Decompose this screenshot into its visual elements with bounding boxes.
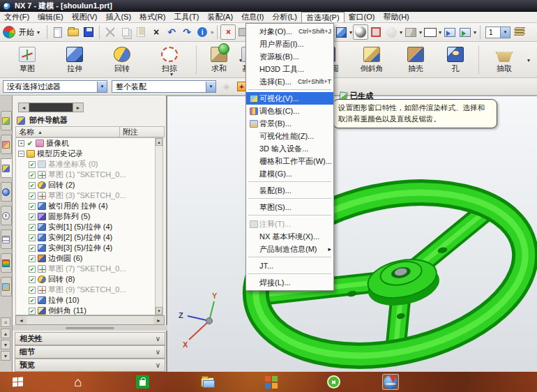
scroll-up-button[interactable]: ▲ — [156, 138, 162, 146]
tree-horizontal-scrollbar[interactable]: ◄ ► — [15, 315, 165, 325]
tree-item-instance-1[interactable]: ✔ 实例[1] (5)/拉伸 (4) — [16, 222, 156, 232]
clip-section-button[interactable] — [403, 24, 418, 40]
sketch-button[interactable]: 草图 — [6, 44, 49, 76]
expand-icon[interactable]: + — [18, 140, 24, 146]
scroll-right-button[interactable]: ► — [73, 103, 83, 112]
scroll-up-button[interactable]: ▲ — [1, 329, 10, 338]
start-menu-button[interactable] — [10, 374, 27, 390]
checkbox-icon[interactable]: ✔ — [29, 297, 36, 304]
section-dependencies[interactable]: 相关性 ∨ — [15, 332, 165, 345]
scroll-down-button[interactable]: ▼ — [156, 307, 162, 315]
tab-roles[interactable] — [1, 277, 12, 296]
tab-constraint-navigator[interactable] — [1, 135, 12, 154]
tree-item-revolve-2[interactable]: ✔ 回转 (2) — [16, 180, 156, 190]
graphics-viewport[interactable]: Y Z X — [167, 96, 537, 372]
scrollbar-thumb[interactable] — [29, 103, 73, 112]
toolbar-overflow-button[interactable]: » — [211, 29, 213, 36]
scroll-left-button[interactable]: ◄ — [19, 103, 29, 112]
extrude-button[interactable]: 拉伸 — [53, 44, 96, 76]
scroll-left-button[interactable]: ◄ — [16, 316, 27, 324]
checkbox-icon[interactable]: ✔ — [29, 255, 36, 262]
layers-button[interactable] — [513, 24, 528, 40]
sync-app-button[interactable] — [325, 374, 342, 390]
nx-taskbar-button[interactable] — [382, 374, 399, 390]
chevron-down-icon[interactable]: ▾ — [419, 29, 422, 36]
tree-item-edge-blend[interactable]: ✔ 边倒圆 (6) — [16, 253, 156, 264]
menu-item-visualization-performance[interactable]: 可视化性能(Z)... — [246, 130, 333, 142]
menu-assemblies[interactable]: 装配(A) — [203, 12, 237, 22]
tab-internet-explorer[interactable] — [1, 182, 12, 202]
column-name[interactable]: 名称 ▲ — [16, 127, 119, 137]
file-explorer-button[interactable] — [199, 374, 215, 390]
menu-item-visualization[interactable]: 可视化(V)... — [246, 92, 333, 105]
undo-button[interactable]: ↶ — [164, 24, 179, 40]
tree-item-referenced-extrude[interactable]: ✔ 被引用的 拉伸 (4) — [16, 201, 156, 211]
store-button[interactable] — [134, 374, 151, 390]
app-grid-button[interactable] — [263, 374, 280, 390]
hole-button[interactable]: 孔 — [438, 44, 473, 76]
revolve-button[interactable]: 回转 — [100, 44, 144, 76]
menu-item-user-interface[interactable]: 用户界面(I)... — [246, 38, 333, 50]
delete-button[interactable]: × — [149, 24, 164, 40]
display-window-button[interactable]: × — [220, 24, 236, 40]
menu-analysis[interactable]: 分析(L) — [268, 12, 301, 22]
checkbox-icon[interactable]: ✔ — [29, 245, 36, 252]
pin-button[interactable]: ▼ — [1, 351, 10, 361]
checkbox-icon[interactable]: ✔ — [29, 172, 36, 179]
chevron-down-icon[interactable]: ▾ — [170, 71, 173, 77]
chevron-down-icon[interactable]: ▾ — [527, 57, 530, 63]
menu-item-color-palette[interactable]: 调色板(C)... — [246, 105, 333, 117]
tree-item-instance-2[interactable]: ✔ 实例[2] (5)/拉伸 (4) — [16, 232, 156, 243]
checkbox-icon[interactable]: ✔ — [29, 213, 36, 220]
tree-item-model-history[interactable]: − 模型历史记录 — [16, 149, 156, 159]
panel-splitter[interactable] — [13, 325, 167, 331]
background-button[interactable] — [423, 24, 438, 40]
section-details[interactable]: 细节 ∨ — [15, 345, 165, 359]
menu-item-resource-bar[interactable]: 资源板(B)... — [246, 50, 333, 63]
pane-right-button[interactable] — [457, 24, 473, 40]
tree-item-revolve-8[interactable]: ✔ 回转 (8) — [16, 274, 156, 285]
checkbox-icon[interactable]: ✔ — [29, 234, 36, 241]
checkbox-icon[interactable]: ✔ — [29, 266, 36, 273]
home-button[interactable]: ⌂ — [70, 374, 86, 390]
tree-item-sketch-7[interactable]: ✔ 草图 (7) "SKETCH_0... — [16, 264, 156, 274]
tab-part-navigator[interactable] — [1, 158, 12, 178]
dock-button[interactable]: ≡ — [1, 317, 10, 327]
tree-item-datum-csys[interactable]: ✔ 基准坐标系 (0) — [16, 159, 156, 169]
menu-item-modeling[interactable]: 建模(G)... — [246, 167, 333, 180]
tree-item-camera[interactable]: + ✔ 摄像机 — [16, 138, 156, 149]
menu-item-assemblies[interactable]: 装配(B)... — [246, 184, 333, 197]
sweep-button[interactable]: 扫掠 — [148, 44, 191, 76]
redo-button[interactable]: ↷ — [179, 24, 195, 40]
menu-item-background[interactable]: 背景(B)... — [246, 117, 333, 130]
pane-left-button[interactable] — [442, 24, 457, 40]
chevron-down-icon[interactable]: ▾ — [500, 27, 510, 38]
tree-item-instance-3[interactable]: ✔ 实例[3] (5)/拉伸 (4) — [16, 243, 156, 253]
tab-palette[interactable] — [1, 253, 12, 273]
menu-item-nx-gateway[interactable]: NX 基本环境(X)... — [246, 230, 333, 243]
tab-assembly-navigator[interactable] — [1, 111, 12, 130]
tree-item-circular-pattern[interactable]: ✔ 圆形阵列 (5) — [16, 211, 156, 222]
tree-item-chamfer-11[interactable]: ✔ 倒斜角 (11) — [16, 306, 156, 315]
menu-item-selection[interactable]: 选择(E)... Ctrl+Shift+T — [246, 75, 333, 88]
checkbox-icon[interactable]: ✔ — [29, 276, 36, 283]
scroll-right-button[interactable]: ► — [153, 316, 164, 324]
collapse-icon[interactable]: − — [18, 151, 24, 157]
menu-preferences[interactable]: 首选项(P) — [301, 12, 345, 22]
column-note[interactable]: 附注 — [119, 127, 164, 137]
menu-item-3d-input-device[interactable]: 3D 输入设备... — [246, 142, 333, 155]
selection-scope-combo[interactable]: 整个装配 ▾ — [112, 80, 216, 93]
menu-view[interactable]: 视图(V) — [68, 12, 102, 22]
menu-item-hd3d-tool[interactable]: HD3D 工具... — [246, 63, 333, 75]
scroll-down-button[interactable]: ▼ — [1, 340, 10, 349]
tree-item-sketch-1[interactable]: ✔ 草图 (1) "SKETCH_0... — [16, 169, 156, 180]
new-button[interactable] — [50, 24, 66, 40]
checkbox-icon[interactable]: ✔ — [29, 182, 36, 189]
menu-edit[interactable]: 编辑(E) — [33, 12, 68, 22]
tree-item-extrude-10[interactable]: ✔ 拉伸 (10) — [16, 295, 156, 306]
menu-item-grid-workplane[interactable]: 栅格和工作平面(W)... — [246, 155, 333, 167]
menu-format[interactable]: 格式(R) — [135, 12, 169, 22]
info-button[interactable]: i — [195, 24, 210, 40]
menu-tools[interactable]: 工具(T) — [169, 12, 203, 22]
menu-file[interactable]: 文件(F) — [0, 12, 33, 22]
